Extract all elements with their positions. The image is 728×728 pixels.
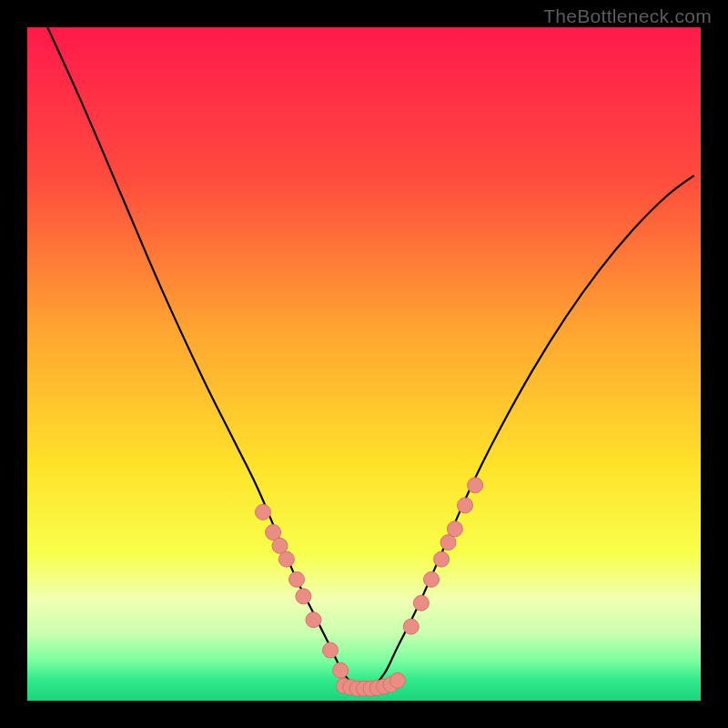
data-point (403, 619, 419, 634)
data-point (413, 595, 429, 611)
data-point (424, 571, 440, 587)
data-point (306, 612, 321, 628)
data-point (289, 571, 305, 587)
data-point (447, 521, 462, 537)
data-point (323, 642, 339, 658)
data-point (434, 551, 450, 567)
data-point (390, 672, 406, 688)
data-point (458, 498, 473, 513)
watermark-text: TheBottleneck.com (543, 5, 712, 27)
data-point (468, 478, 483, 493)
gradient-background (27, 27, 701, 701)
chart-canvas (27, 27, 701, 701)
data-point (333, 662, 349, 678)
data-point (256, 504, 271, 520)
chart-frame (27, 27, 701, 701)
data-point (278, 551, 294, 567)
data-point (296, 589, 311, 604)
